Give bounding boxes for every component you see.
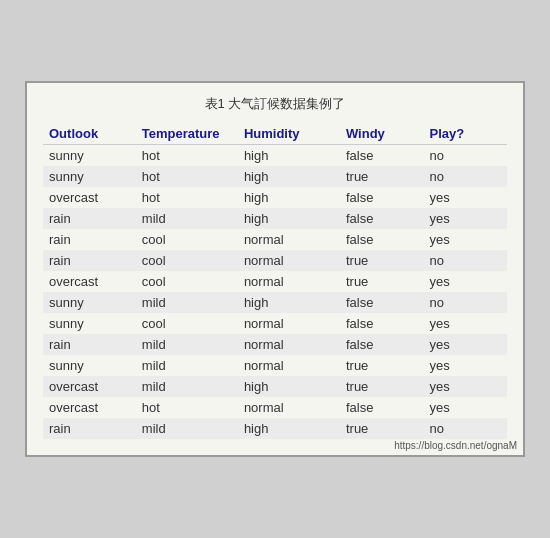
table-cell: high bbox=[238, 145, 340, 167]
table-cell: hot bbox=[136, 397, 238, 418]
main-card: 表1 大气訂候数据集例了 Outlook Temperature Humidit… bbox=[25, 81, 525, 457]
table-cell: overcast bbox=[43, 397, 136, 418]
table-cell: normal bbox=[238, 397, 340, 418]
table-cell: mild bbox=[136, 376, 238, 397]
table-cell: high bbox=[238, 187, 340, 208]
table-cell: overcast bbox=[43, 187, 136, 208]
table-cell: normal bbox=[238, 250, 340, 271]
table-cell: yes bbox=[423, 334, 507, 355]
table-cell: yes bbox=[423, 187, 507, 208]
table-cell: normal bbox=[238, 355, 340, 376]
table-row: raincoolnormalfalseyes bbox=[43, 229, 507, 250]
table-cell: yes bbox=[423, 313, 507, 334]
table-cell: yes bbox=[423, 355, 507, 376]
header-windy: Windy bbox=[340, 123, 424, 145]
table-cell: no bbox=[423, 166, 507, 187]
table-row: overcasthothighfalseyes bbox=[43, 187, 507, 208]
table-cell: rain bbox=[43, 229, 136, 250]
table-cell: cool bbox=[136, 250, 238, 271]
table-cell: high bbox=[238, 208, 340, 229]
table-cell: false bbox=[340, 145, 424, 167]
table-cell: overcast bbox=[43, 376, 136, 397]
header-humidity: Humidity bbox=[238, 123, 340, 145]
table-cell: hot bbox=[136, 187, 238, 208]
table-cell: sunny bbox=[43, 292, 136, 313]
table-row: overcastcoolnormaltrueyes bbox=[43, 271, 507, 292]
table-cell: yes bbox=[423, 271, 507, 292]
table-cell: mild bbox=[136, 334, 238, 355]
table-row: sunnymildhighfalseno bbox=[43, 292, 507, 313]
table-cell: yes bbox=[423, 208, 507, 229]
table-row: overcastmildhightrueyes bbox=[43, 376, 507, 397]
table-cell: rain bbox=[43, 418, 136, 439]
table-row: sunnycoolnormalfalseyes bbox=[43, 313, 507, 334]
table-cell: mild bbox=[136, 292, 238, 313]
table-row: rainmildhighfalseyes bbox=[43, 208, 507, 229]
table-cell: mild bbox=[136, 208, 238, 229]
table-cell: high bbox=[238, 376, 340, 397]
table-cell: high bbox=[238, 166, 340, 187]
table-cell: high bbox=[238, 292, 340, 313]
table-cell: cool bbox=[136, 313, 238, 334]
table-cell: yes bbox=[423, 397, 507, 418]
table-cell: false bbox=[340, 313, 424, 334]
card-title: 表1 大气訂候数据集例了 bbox=[43, 95, 507, 113]
header-play: Play? bbox=[423, 123, 507, 145]
table-header-row: Outlook Temperature Humidity Windy Play? bbox=[43, 123, 507, 145]
table-cell: true bbox=[340, 355, 424, 376]
table-cell: normal bbox=[238, 313, 340, 334]
table-cell: sunny bbox=[43, 145, 136, 167]
table-cell: no bbox=[423, 418, 507, 439]
table-cell: overcast bbox=[43, 271, 136, 292]
table-cell: true bbox=[340, 271, 424, 292]
table-cell: mild bbox=[136, 418, 238, 439]
table-row: rainmildhightrueno bbox=[43, 418, 507, 439]
table-cell: hot bbox=[136, 145, 238, 167]
table-cell: cool bbox=[136, 271, 238, 292]
table-row: sunnyhothighfalseno bbox=[43, 145, 507, 167]
table-cell: false bbox=[340, 334, 424, 355]
table-cell: true bbox=[340, 250, 424, 271]
table-cell: false bbox=[340, 292, 424, 313]
table-cell: true bbox=[340, 376, 424, 397]
table-cell: sunny bbox=[43, 313, 136, 334]
table-cell: false bbox=[340, 229, 424, 250]
table-cell: sunny bbox=[43, 355, 136, 376]
table-cell: rain bbox=[43, 208, 136, 229]
table-row: raincoolnormaltrueno bbox=[43, 250, 507, 271]
table-cell: no bbox=[423, 145, 507, 167]
watermark: https://blog.csdn.net/ognaM bbox=[394, 440, 517, 451]
table-row: sunnyhothightrueno bbox=[43, 166, 507, 187]
header-outlook: Outlook bbox=[43, 123, 136, 145]
table-cell: true bbox=[340, 166, 424, 187]
table-cell: high bbox=[238, 418, 340, 439]
table-cell: no bbox=[423, 250, 507, 271]
table-cell: normal bbox=[238, 271, 340, 292]
table-cell: cool bbox=[136, 229, 238, 250]
table-cell: rain bbox=[43, 250, 136, 271]
table-cell: mild bbox=[136, 355, 238, 376]
table-row: rainmildnormalfalseyes bbox=[43, 334, 507, 355]
table-cell: yes bbox=[423, 229, 507, 250]
header-temperature: Temperature bbox=[136, 123, 238, 145]
table-cell: no bbox=[423, 292, 507, 313]
table-cell: hot bbox=[136, 166, 238, 187]
table-cell: sunny bbox=[43, 166, 136, 187]
table-cell: false bbox=[340, 397, 424, 418]
table-cell: normal bbox=[238, 229, 340, 250]
data-table: Outlook Temperature Humidity Windy Play?… bbox=[43, 123, 507, 439]
table-row: sunnymildnormaltrueyes bbox=[43, 355, 507, 376]
table-cell: false bbox=[340, 208, 424, 229]
table-cell: false bbox=[340, 187, 424, 208]
table-cell: normal bbox=[238, 334, 340, 355]
table-cell: rain bbox=[43, 334, 136, 355]
table-cell: yes bbox=[423, 376, 507, 397]
table-row: overcasthotnormalfalseyes bbox=[43, 397, 507, 418]
table-cell: true bbox=[340, 418, 424, 439]
